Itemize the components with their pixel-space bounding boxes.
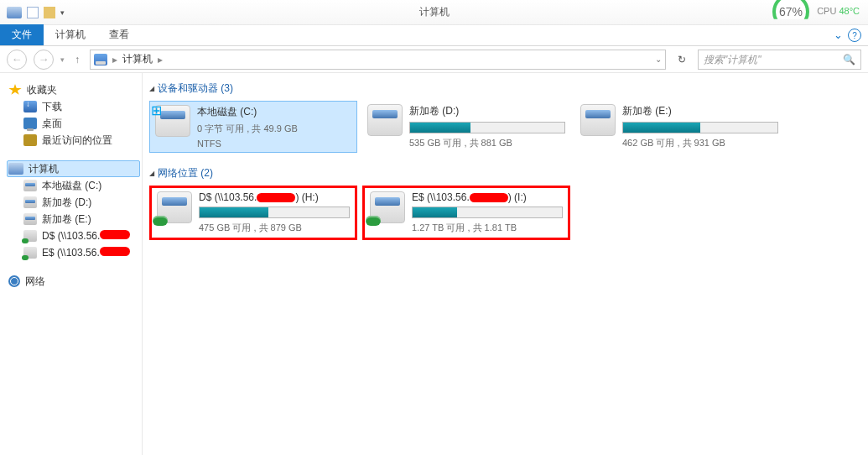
ribbon-tab-view[interactable]: 查看 <box>97 24 141 45</box>
ribbon-tab-computer[interactable]: 计算机 <box>44 24 97 45</box>
window-icon <box>7 7 22 18</box>
network-row: D$ (\\103.56.) (H:) 475 GB 可用 , 共 879 GB… <box>149 186 861 240</box>
tree-item-downloads[interactable]: 下载 <box>22 98 140 115</box>
disk-icon <box>23 213 37 225</box>
tree-item-desktop[interactable]: 桌面 <box>22 115 140 132</box>
usage-fill <box>410 123 470 133</box>
drive-info: 本地磁盘 (C:) 0 字节 可用 , 共 49.9 GB NTFS <box>197 105 351 149</box>
body-area: 收藏夹 下载 桌面 最近访问的位置 计算机 <box>0 73 868 455</box>
drive-stat: 475 GB 可用 , 共 879 GB <box>199 222 350 234</box>
tree-item-volume-e[interactable]: 新加卷 (E:) <box>22 211 140 228</box>
tree-item-recent[interactable]: 最近访问的位置 <box>22 132 140 149</box>
star-icon <box>8 84 22 96</box>
usage-fill <box>413 207 457 217</box>
refresh-button[interactable]: ↻ <box>673 54 691 65</box>
drive-network-e[interactable]: E$ (\\103.56.) (I:) 1.27 TB 可用 , 共 1.81 … <box>362 186 570 240</box>
nav-up-button[interactable]: ↑ <box>71 54 83 65</box>
address-dropdown-icon[interactable]: ⌄ <box>655 55 662 64</box>
cpu-percent: 67% <box>779 5 803 18</box>
drive-info: 新加卷 (E:) 462 GB 可用 , 共 931 GB <box>622 104 778 149</box>
ribbon-help-group <box>834 29 861 42</box>
computer-icon <box>8 163 23 175</box>
tree-label: 计算机 <box>29 162 59 176</box>
drive-stat-line2: NTFS <box>197 139 351 149</box>
group-header-devices[interactable]: 设备和驱动器 (3) <box>149 81 861 96</box>
tree-label: 下载 <box>42 100 62 114</box>
window-title: 计算机 <box>419 5 450 19</box>
tree-item-network-e[interactable]: E$ (\\103.56. <box>22 244 140 261</box>
navigation-bar: ← → ▾ ↑ ▸ 计算机 ▸ ⌄ ↻ 🔍 <box>0 46 868 73</box>
text: E$ (\\103.56. <box>42 247 100 259</box>
tree-label: 桌面 <box>42 117 62 131</box>
tree-favorites: 收藏夹 下载 桌面 最近访问的位置 <box>7 81 140 149</box>
ribbon-tabs: 文件 计算机 查看 <box>0 25 868 46</box>
title-bar: ▾ 计算机 67% CPU 48°C <box>0 0 868 25</box>
drive-info: 新加卷 (D:) 535 GB 可用 , 共 881 GB <box>409 104 565 149</box>
tree-label: 新加卷 (E:) <box>42 212 91 227</box>
search-input[interactable] <box>704 54 843 65</box>
drive-stat: 535 GB 可用 , 共 881 GB <box>409 137 565 149</box>
drive-stat: 1.27 TB 可用 , 共 1.81 TB <box>412 222 563 234</box>
ribbon-tab-file[interactable]: 文件 <box>0 24 44 45</box>
redaction <box>257 193 295 202</box>
local-disk-icon <box>580 104 616 136</box>
nav-back-button[interactable]: ← <box>7 50 27 70</box>
usage-bar <box>622 122 778 133</box>
usage-bar <box>199 207 350 218</box>
address-bar[interactable]: ▸ 计算机 ▸ ⌄ <box>90 50 666 70</box>
tree-computer: 计算机 本地磁盘 (C:) 新加卷 (D:) 新加卷 (E:) D$ (\\1 <box>7 160 140 261</box>
drive-name: 新加卷 (E:) <box>622 104 778 118</box>
nav-forward-button[interactable]: → <box>34 50 54 70</box>
help-icon[interactable] <box>848 29 861 42</box>
usage-bar <box>412 207 563 218</box>
drive-network-d[interactable]: D$ (\\103.56.) (H:) 475 GB 可用 , 共 879 GB <box>149 186 357 240</box>
tree-item-local-c[interactable]: 本地磁盘 (C:) <box>22 177 140 194</box>
search-box[interactable]: 🔍 <box>698 50 861 70</box>
recent-icon <box>23 134 37 146</box>
download-icon <box>23 101 37 112</box>
redaction <box>470 193 508 202</box>
drive-stat-line1: 0 字节 可用 , 共 49.9 GB <box>197 123 351 135</box>
ribbon-minimize-icon[interactable] <box>834 29 843 42</box>
group-label: 设备和驱动器 (3) <box>158 81 233 96</box>
cpu-label-text: CPU <box>817 6 836 16</box>
network-icon <box>8 275 20 287</box>
content-pane: 设备和驱动器 (3) 本地磁盘 (C:) 0 字节 可用 , 共 49.9 GB… <box>143 73 868 455</box>
tree-item-network-d[interactable]: D$ (\\103.56. <box>22 228 140 244</box>
qat-dropdown-icon[interactable]: ▾ <box>60 8 65 17</box>
breadcrumb-location[interactable]: 计算机 <box>122 52 153 66</box>
search-icon[interactable]: 🔍 <box>843 54 855 65</box>
tree-label: 收藏夹 <box>27 83 57 97</box>
network-drive-icon <box>23 230 37 242</box>
group-header-network[interactable]: 网络位置 (2) <box>149 166 861 180</box>
local-disk-icon <box>367 104 403 136</box>
qat-button-properties[interactable] <box>27 7 39 18</box>
text: D$ (\\103.56. <box>199 191 257 203</box>
drive-volume-d[interactable]: 新加卷 (D:) 535 GB 可用 , 共 881 GB <box>362 101 570 153</box>
drive-info: E$ (\\103.56.) (I:) 1.27 TB 可用 , 共 1.81 … <box>412 191 563 234</box>
tree-network-root[interactable]: 网络 <box>7 273 140 290</box>
tree-label: 网络 <box>25 275 45 289</box>
cpu-temperature: 48°C <box>839 6 860 16</box>
network-drive-icon <box>157 191 192 223</box>
devices-row: 本地磁盘 (C:) 0 字节 可用 , 共 49.9 GB NTFS 新加卷 (… <box>149 101 861 153</box>
drive-name: 新加卷 (D:) <box>409 104 565 118</box>
nav-history-dropdown[interactable]: ▾ <box>60 55 65 64</box>
tree-computer-root[interactable]: 计算机 <box>7 160 140 177</box>
breadcrumb-sep-icon[interactable]: ▸ <box>112 54 117 65</box>
drive-name: 本地磁盘 (C:) <box>197 105 351 119</box>
text: ) (I:) <box>508 191 527 203</box>
drive-info: D$ (\\103.56.) (H:) 475 GB 可用 , 共 879 GB <box>199 191 350 234</box>
location-icon <box>94 54 107 65</box>
navigation-pane: 收藏夹 下载 桌面 最近访问的位置 计算机 <box>0 73 143 455</box>
breadcrumb-sep-icon[interactable]: ▸ <box>158 54 163 65</box>
drive-stat: 462 GB 可用 , 共 931 GB <box>622 137 778 149</box>
tree-favorites-root[interactable]: 收藏夹 <box>7 81 140 98</box>
text: ) (H:) <box>295 191 318 203</box>
drive-volume-e[interactable]: 新加卷 (E:) 462 GB 可用 , 共 931 GB <box>575 101 783 153</box>
text: E$ (\\103.56. <box>412 191 470 203</box>
tree-network: 网络 <box>7 273 140 290</box>
tree-item-volume-d[interactable]: 新加卷 (D:) <box>22 194 140 211</box>
drive-local-c[interactable]: 本地磁盘 (C:) 0 字节 可用 , 共 49.9 GB NTFS <box>149 101 357 153</box>
qat-button-newfolder[interactable] <box>44 7 55 18</box>
